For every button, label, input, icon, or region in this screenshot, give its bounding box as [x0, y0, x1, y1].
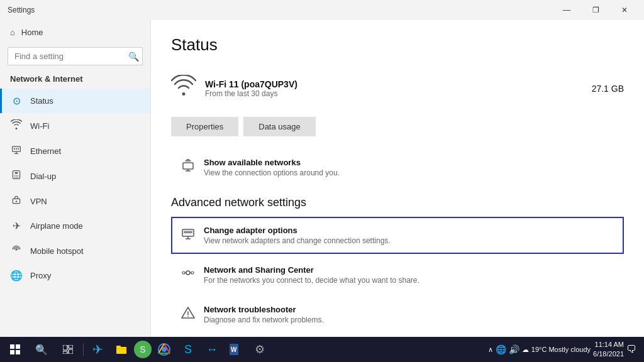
sidebar: ⌂ Home 🔍 Network & Internet ⊙ Status Wi-…	[0, 20, 151, 337]
change-adapter-item[interactable]: Change adapter options View network adap…	[171, 217, 624, 254]
network-name: Wi-Fi 11 (poa7QUP3V)	[205, 79, 297, 89]
status-icon: ⊙	[10, 95, 23, 107]
sidebar-item-label: Proxy	[30, 271, 51, 280]
taskbar-divider-1	[83, 343, 84, 356]
taskbar-tray: ∧ 🌐 🔊 ☁ 19°C Mostly cloudy 11:14 AM 6/18…	[483, 340, 641, 359]
taskbar-skype[interactable]: S	[177, 338, 199, 361]
notification-icon[interactable]: 🗨	[626, 344, 636, 355]
taskbar-app5[interactable]: ↔	[201, 338, 223, 361]
sidebar-item-label: Status	[30, 96, 53, 106]
tray-volume-icon[interactable]: 🔊	[509, 344, 519, 354]
taskbar-clock[interactable]: 11:14 AM 6/18/2021	[593, 340, 624, 359]
svg-rect-17	[183, 163, 193, 169]
proxy-icon: 🌐	[10, 270, 23, 282]
close-button[interactable]: ✕	[610, 0, 639, 20]
sidebar-section-label: Network & Internet	[0, 70, 150, 89]
taskbar-app3[interactable]: S	[134, 341, 152, 358]
svg-rect-40	[63, 351, 67, 354]
ethernet-icon	[10, 145, 23, 157]
hotspot-icon	[10, 244, 23, 257]
svg-rect-42	[116, 346, 121, 348]
show-networks-title: Show available networks	[204, 158, 340, 167]
svg-rect-37	[63, 345, 67, 350]
sharing-desc: For the networks you connect to, decide …	[204, 276, 419, 285]
adapter-text: Change adapter options View network adap…	[204, 226, 391, 245]
search-taskbar-button[interactable]: 🔍	[29, 337, 54, 362]
task-view-button[interactable]	[55, 337, 80, 362]
troubleshooter-title: Network troubleshooter	[204, 305, 324, 314]
wifi-icon	[10, 119, 23, 132]
show-networks-desc: View the connection options around you.	[204, 168, 340, 177]
svg-rect-3	[18, 148, 19, 150]
svg-text:W: W	[231, 346, 237, 353]
svg-rect-33	[10, 344, 14, 349]
svg-rect-39	[69, 349, 73, 354]
svg-rect-22	[187, 231, 189, 233]
svg-rect-34	[16, 344, 20, 349]
search-input[interactable]	[8, 47, 143, 65]
troubleshooter-item[interactable]: Network troubleshooter Diagnose and fix …	[171, 296, 624, 333]
data-usage-button[interactable]: Data usage	[243, 117, 316, 136]
svg-point-13	[18, 177, 19, 178]
svg-point-12	[16, 177, 17, 178]
sharing-icon	[181, 266, 195, 282]
sidebar-item-home[interactable]: ⌂ Home	[0, 20, 150, 45]
restore-button[interactable]: ❐	[581, 0, 610, 20]
search-box: 🔍	[8, 47, 143, 65]
sidebar-item-ethernet[interactable]: Ethernet	[0, 138, 150, 163]
network-data: 27.1 GB	[592, 84, 624, 94]
svg-point-32	[187, 316, 189, 317]
svg-point-11	[14, 177, 16, 178]
properties-button[interactable]: Properties	[171, 117, 238, 136]
svg-rect-7	[15, 172, 18, 173]
taskbar-telegram[interactable]: ✈	[86, 338, 109, 361]
airplane-icon: ✈	[10, 220, 23, 232]
sidebar-item-label: Wi-Fi	[30, 121, 49, 131]
taskbar-settings[interactable]: ⚙	[248, 338, 271, 361]
network-sub: From the last 30 days	[205, 89, 297, 98]
sidebar-home-label: Home	[21, 28, 43, 37]
svg-rect-1	[14, 148, 15, 150]
tray-chevron[interactable]: ∧	[488, 346, 493, 354]
sidebar-item-label: Ethernet	[30, 146, 61, 156]
start-button[interactable]	[3, 337, 28, 362]
weather-text: 19°C Mostly cloudy	[531, 346, 591, 353]
main-panel: Status Wi-Fi 11 (poa7QUP3V) From the las…	[151, 20, 644, 337]
search-icon[interactable]: 🔍	[128, 52, 139, 62]
sidebar-item-label: Mobile hotspot	[30, 246, 84, 256]
show-networks-text: Show available networks View the connect…	[204, 158, 340, 177]
app-body: ⌂ Home 🔍 Network & Internet ⊙ Status Wi-…	[0, 20, 644, 337]
show-networks-item[interactable]: Show available networks View the connect…	[171, 149, 624, 186]
svg-point-26	[186, 271, 190, 275]
page-title: Status	[171, 35, 624, 55]
troubleshooter-text: Network troubleshooter Diagnose and fix …	[204, 305, 324, 324]
sidebar-item-hotspot[interactable]: Mobile hotspot	[0, 238, 150, 263]
sidebar-item-proxy[interactable]: 🌐 Proxy	[0, 263, 150, 288]
network-details: Wi-Fi 11 (poa7QUP3V) From the last 30 da…	[205, 79, 297, 98]
show-networks-icon	[181, 159, 195, 175]
svg-rect-21	[184, 231, 186, 233]
svg-rect-2	[16, 148, 17, 150]
wifi-signal-icon	[171, 75, 196, 102]
minimize-button[interactable]: —	[552, 0, 581, 20]
titlebar: Settings — ❐ ✕	[0, 0, 644, 20]
sidebar-item-vpn[interactable]: VPN	[0, 189, 150, 214]
svg-point-27	[182, 272, 185, 274]
sidebar-item-dialup[interactable]: Dial-up	[0, 163, 150, 189]
advanced-section-title: Advanced network settings	[171, 196, 624, 209]
taskbar-chrome[interactable]	[153, 338, 175, 361]
home-icon: ⌂	[10, 28, 15, 37]
svg-point-15	[16, 200, 17, 202]
svg-rect-36	[16, 350, 20, 354]
sidebar-item-airplane[interactable]: ✈ Airplane mode	[0, 214, 150, 238]
dialup-icon	[10, 170, 23, 182]
sharing-title: Network and Sharing Center	[204, 265, 419, 275]
titlebar-title: Settings	[8, 6, 35, 14]
taskbar-word[interactable]: W	[225, 338, 247, 361]
svg-point-10	[18, 175, 19, 177]
sidebar-item-wifi[interactable]: Wi-Fi	[0, 113, 150, 138]
sharing-center-item[interactable]: Network and Sharing Center For the netwo…	[171, 256, 624, 293]
taskbar-explorer[interactable]	[110, 338, 133, 361]
svg-point-8	[14, 175, 16, 177]
sidebar-item-status[interactable]: ⊙ Status	[0, 89, 150, 113]
